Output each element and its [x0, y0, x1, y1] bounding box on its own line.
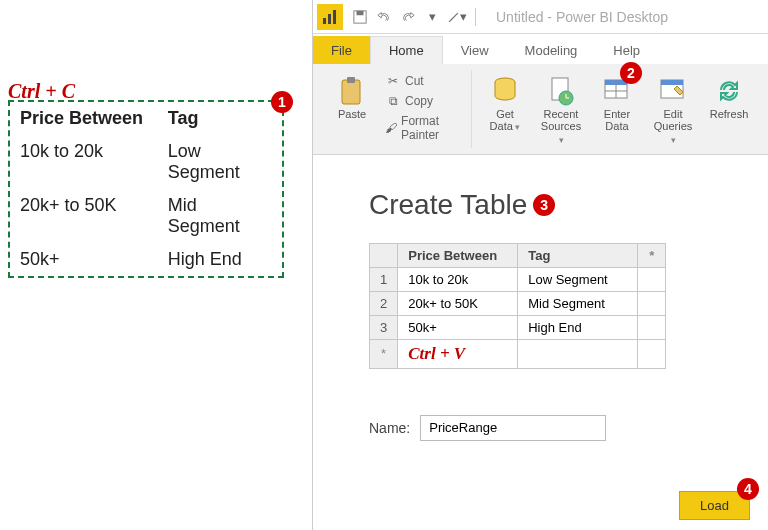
refresh-button[interactable]: Refresh	[702, 70, 756, 148]
cell: 50k+	[10, 243, 158, 276]
refresh-icon	[716, 74, 742, 108]
svg-rect-5	[342, 80, 360, 104]
table-row-new: * Ctrl + V	[370, 339, 666, 368]
powerbi-window: ▾ ▾ Untitled - Power BI Desktop File Hom…	[312, 0, 768, 530]
cut-button[interactable]: ✂Cut	[381, 72, 465, 90]
scissors-icon: ✂	[385, 74, 401, 88]
table-row: 1 10k to 20k Low Segment	[370, 267, 666, 291]
grid-col-price[interactable]: Price Between	[398, 243, 518, 267]
qat-more-icon[interactable]: ▾	[421, 6, 443, 28]
qat-save-icon[interactable]	[349, 6, 371, 28]
paste-button[interactable]: Paste	[325, 70, 379, 144]
document-clock-icon	[548, 74, 574, 108]
get-data-button[interactable]: Get Data	[478, 70, 532, 148]
name-label: Name:	[369, 420, 410, 436]
badge-3: 3	[533, 194, 555, 216]
enter-data-button[interactable]: 2 Enter Data	[590, 70, 644, 148]
tab-modeling[interactable]: Modeling	[507, 37, 596, 64]
svg-rect-2	[333, 10, 336, 24]
dialog-body: Create Table 3 Price Between Tag * 1 10k…	[313, 155, 768, 530]
grid-col-tag[interactable]: Tag	[518, 243, 638, 267]
recent-sources-button[interactable]: Recent Sources	[534, 70, 588, 148]
qat-redo-icon[interactable]	[397, 6, 419, 28]
window-title: Untitled - Power BI Desktop	[496, 9, 668, 25]
table-row: 2 20k+ to 50K Mid Segment	[370, 291, 666, 315]
badge-2: 2	[620, 62, 642, 84]
table-row: 3 50k+ High End	[370, 315, 666, 339]
cell: 10k to 20k	[10, 135, 158, 189]
grid-col-star[interactable]: *	[638, 243, 666, 267]
ribbon-tabs: File Home View Modeling Help	[313, 34, 768, 64]
cell: High End	[158, 243, 282, 276]
title-bar: ▾ ▾ Untitled - Power BI Desktop	[313, 0, 768, 34]
powerbi-logo-icon	[317, 4, 343, 30]
database-icon	[492, 74, 518, 108]
format-painter-button[interactable]: 🖌Format Painter	[381, 112, 465, 144]
table-pencil-icon	[659, 74, 687, 108]
table-name-input[interactable]	[420, 415, 606, 441]
svg-rect-1	[328, 14, 331, 24]
edit-queries-button[interactable]: Edit Queries	[646, 70, 700, 148]
copy-icon: ⧉	[385, 94, 401, 108]
brush-icon: 🖌	[385, 121, 397, 135]
tab-view[interactable]: View	[443, 37, 507, 64]
qat-brush-icon[interactable]: ▾	[445, 6, 467, 28]
cell: 20k+ to 50K	[10, 189, 158, 243]
ctrl-v-annotation: Ctrl + V	[408, 344, 465, 363]
qat-undo-icon[interactable]	[373, 6, 395, 28]
svg-rect-6	[347, 77, 355, 83]
create-table-heading: Create Table	[369, 189, 527, 221]
excel-selection: 1 Price Between Tag 10k to 20k Low Segme…	[8, 100, 284, 278]
load-button[interactable]: Load 4	[679, 491, 750, 520]
badge-1: 1	[271, 91, 293, 113]
svg-rect-0	[323, 18, 326, 24]
clipboard-icon	[338, 74, 366, 108]
cell: Low Segment	[158, 135, 282, 189]
col-header-tag: Tag	[158, 102, 282, 135]
create-table-grid[interactable]: Price Between Tag * 1 10k to 20k Low Seg…	[369, 243, 666, 369]
badge-4: 4	[737, 478, 759, 500]
svg-rect-4	[357, 10, 364, 14]
tab-home[interactable]: Home	[370, 36, 443, 64]
col-header-price: Price Between	[10, 102, 158, 135]
svg-rect-15	[661, 80, 683, 85]
copy-button[interactable]: ⧉Copy	[381, 92, 465, 110]
tab-help[interactable]: Help	[595, 37, 658, 64]
quick-access-toolbar: ▾ ▾	[349, 6, 467, 28]
ribbon: Paste ✂Cut ⧉Copy 🖌Format Painter Get Dat…	[313, 64, 768, 155]
tab-file[interactable]: File	[313, 36, 370, 64]
cell: Mid Segment	[158, 189, 282, 243]
